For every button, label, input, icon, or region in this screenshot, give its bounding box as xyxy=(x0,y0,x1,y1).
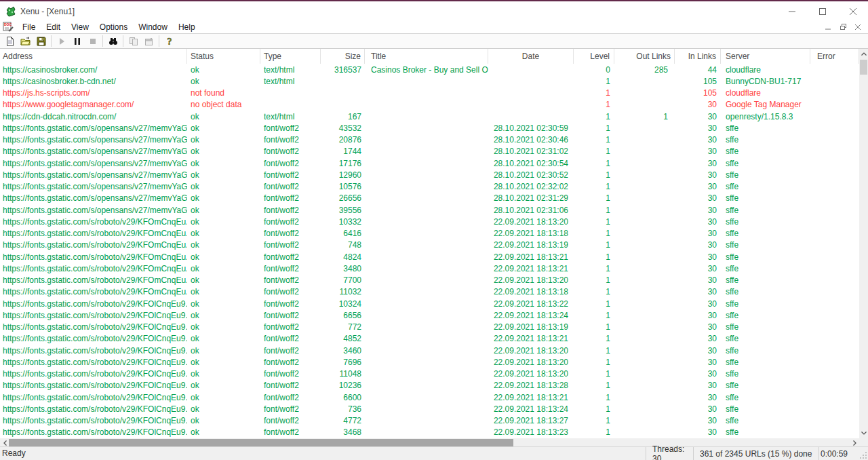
cell-type: font/woff2 xyxy=(260,345,321,356)
cell-address: https://fonts.gstatic.com/s/opensans/v27… xyxy=(0,134,187,146)
menu-item-view[interactable]: View xyxy=(66,22,94,33)
table-row[interactable]: https://fonts.gstatic.com/s/roboto/v29/K… xyxy=(0,263,859,274)
cell-type: font/woff2 xyxy=(260,415,321,427)
table-row[interactable]: https://fonts.gstatic.com/s/roboto/v29/K… xyxy=(0,322,859,333)
column-header-error[interactable]: Error xyxy=(810,49,859,64)
cell-size: 11048 xyxy=(321,368,365,380)
toolbar-separator xyxy=(123,35,123,47)
table-row[interactable]: https://fonts.gstatic.com/s/roboto/v29/K… xyxy=(0,275,859,286)
table-row[interactable]: https://fonts.gstatic.com/s/opensans/v27… xyxy=(0,204,859,216)
column-header-title[interactable]: Title xyxy=(365,49,488,64)
column-header-status[interactable]: Status xyxy=(187,49,260,64)
scroll-up-icon[interactable] xyxy=(859,49,868,59)
pause-button[interactable] xyxy=(69,34,85,48)
table-row[interactable]: https://fonts.gstatic.com/s/opensans/v27… xyxy=(0,134,859,146)
table-row[interactable]: https://fonts.gstatic.com/s/opensans/v27… xyxy=(0,169,859,180)
table-row[interactable]: https://fonts.gstatic.com/s/opensans/v27… xyxy=(0,193,859,204)
scroll-down-icon[interactable] xyxy=(859,428,868,438)
toolbar-separator xyxy=(159,35,159,47)
cell-outlinks xyxy=(614,368,675,380)
cell-level: 1 xyxy=(574,181,614,193)
table-row[interactable]: https://fonts.gstatic.com/s/roboto/v29/K… xyxy=(0,427,859,438)
save-button[interactable] xyxy=(33,34,49,48)
table-row[interactable]: https://fonts.gstatic.com/s/roboto/v29/K… xyxy=(0,286,859,298)
cell-outlinks xyxy=(614,216,675,227)
open-file-button[interactable] xyxy=(18,34,33,48)
mdi-close-button[interactable] xyxy=(850,21,865,33)
stop-button[interactable] xyxy=(85,34,100,48)
table-row[interactable]: https://fonts.gstatic.com/s/roboto/v29/K… xyxy=(0,403,859,415)
resize-grip-icon[interactable] xyxy=(859,451,867,459)
table-row[interactable]: https://fonts.gstatic.com/s/roboto/v29/K… xyxy=(0,216,859,227)
cell-level: 1 xyxy=(574,415,614,427)
new-document-icon xyxy=(5,36,16,47)
cell-server: sffe xyxy=(721,403,810,415)
cell-outlinks: 285 xyxy=(614,64,675,75)
vertical-scrollbar[interactable] xyxy=(859,49,868,438)
table-row[interactable]: https://fonts.gstatic.com/s/roboto/v29/K… xyxy=(0,228,859,239)
cell-title xyxy=(365,88,488,99)
table-row[interactable]: https://fonts.gstatic.com/s/opensans/v27… xyxy=(0,122,859,134)
cell-outlinks xyxy=(614,239,675,251)
table-row[interactable]: https://casinosbroker.com/oktext/html316… xyxy=(0,64,859,75)
table-row[interactable]: https://fonts.gstatic.com/s/roboto/v29/K… xyxy=(0,345,859,356)
table-row[interactable]: https://www.googletagmanager.com/no obje… xyxy=(0,99,859,111)
cell-status: ok xyxy=(187,111,260,122)
cell-outlinks xyxy=(614,75,675,87)
cell-server: sffe xyxy=(721,391,810,403)
table-row[interactable]: https://casinosbroker.b-cdn.net/oktext/h… xyxy=(0,75,859,87)
vertical-scroll-thumb[interactable] xyxy=(860,60,867,75)
cell-address: https://fonts.gstatic.com/s/roboto/v29/K… xyxy=(0,368,187,380)
column-header-date[interactable]: Date xyxy=(488,49,574,64)
close-button[interactable] xyxy=(837,3,868,20)
maximize-button[interactable] xyxy=(807,3,837,20)
menu-item-help[interactable]: Help xyxy=(173,22,201,33)
menu-item-file[interactable]: File xyxy=(17,22,41,33)
table-row[interactable]: https://fonts.gstatic.com/s/roboto/v29/K… xyxy=(0,251,859,263)
table-row[interactable]: https://fonts.gstatic.com/s/roboto/v29/K… xyxy=(0,415,859,427)
cell-server: cloudflare xyxy=(721,88,810,99)
table-row[interactable]: https://fonts.gstatic.com/s/roboto/v29/K… xyxy=(0,298,859,309)
properties-button[interactable] xyxy=(141,34,157,48)
toolbar-separator xyxy=(102,35,103,47)
column-header-address[interactable]: Address xyxy=(0,49,187,64)
cell-title xyxy=(365,391,488,403)
column-header-inlinks[interactable]: In Links xyxy=(675,49,721,64)
table-row[interactable]: https://fonts.gstatic.com/s/roboto/v29/K… xyxy=(0,356,859,368)
copy-button[interactable] xyxy=(125,34,141,48)
cell-type: font/woff2 xyxy=(260,356,321,368)
column-header-level[interactable]: Level xyxy=(574,49,614,64)
check-url-button[interactable] xyxy=(105,34,121,48)
menu-item-window[interactable]: Window xyxy=(133,22,173,33)
table-row[interactable]: https://fonts.gstatic.com/s/roboto/v29/K… xyxy=(0,368,859,380)
table-row[interactable]: https://fonts.gstatic.com/s/roboto/v29/K… xyxy=(0,380,859,391)
new-file-button[interactable] xyxy=(2,34,18,48)
minimize-button[interactable] xyxy=(776,3,807,20)
menu-item-edit[interactable]: Edit xyxy=(41,22,66,33)
column-header-server[interactable]: Server xyxy=(721,49,810,64)
mdi-minimize-button[interactable] xyxy=(821,21,835,33)
table-row[interactable]: https://js.hs-scripts.com/not found1105c… xyxy=(0,88,859,99)
table-row[interactable]: https://cdn-ddcah.nitrocdn.com/oktext/ht… xyxy=(0,111,859,122)
cell-inlinks: 30 xyxy=(675,322,721,333)
table-row[interactable]: https://fonts.gstatic.com/s/roboto/v29/K… xyxy=(0,333,859,345)
table-row[interactable]: https://fonts.gstatic.com/s/roboto/v29/K… xyxy=(0,391,859,403)
help-button[interactable]: ? xyxy=(161,34,177,48)
column-header-size[interactable]: Size xyxy=(321,49,365,64)
table-row[interactable]: https://fonts.gstatic.com/s/roboto/v29/K… xyxy=(0,309,859,321)
table-row[interactable]: https://fonts.gstatic.com/s/opensans/v27… xyxy=(0,157,859,169)
menu-item-options[interactable]: Options xyxy=(94,22,133,33)
table-row[interactable]: https://fonts.gstatic.com/s/roboto/v29/K… xyxy=(0,239,859,251)
table-row[interactable]: https://fonts.gstatic.com/s/opensans/v27… xyxy=(0,146,859,157)
table-row[interactable]: https://fonts.gstatic.com/s/opensans/v27… xyxy=(0,181,859,193)
cell-title xyxy=(365,99,488,111)
cell-outlinks xyxy=(614,122,675,134)
resume-button[interactable] xyxy=(54,34,69,48)
cell-date: 22.09.2021 18:13:20 xyxy=(488,356,574,368)
cell-type: font/woff2 xyxy=(260,122,321,134)
column-header-type[interactable]: Type xyxy=(260,49,321,64)
cell-type xyxy=(260,99,321,111)
cell-level: 1 xyxy=(574,286,614,298)
mdi-restore-button[interactable] xyxy=(835,21,850,33)
column-header-outlinks[interactable]: Out Links xyxy=(614,49,675,64)
